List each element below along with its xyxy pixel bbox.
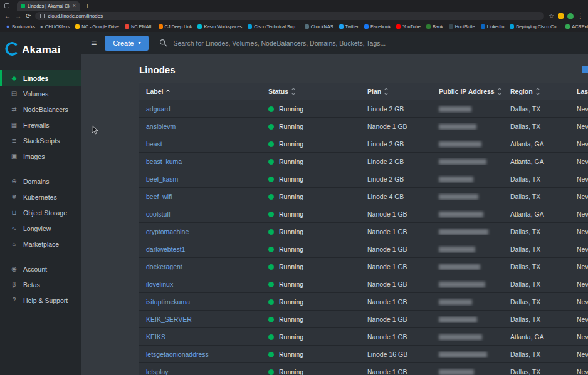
mail-icon: [125, 24, 129, 29]
linode-label-link[interactable]: darkwebtest1: [146, 245, 185, 253]
bookmark-item-facebook[interactable]: Facebook: [364, 24, 391, 29]
search-icon: [159, 39, 167, 47]
linode-label-link[interactable]: beef_wifi: [146, 193, 172, 200]
status-running-icon: [268, 124, 274, 130]
sidebar-item-label: StackScripts: [23, 137, 60, 145]
linode-label-link[interactable]: isituptimekuma: [146, 298, 190, 306]
extension-icon[interactable]: [558, 13, 564, 19]
sidebar-item-images[interactable]: ▣Images: [0, 148, 81, 164]
plan-cell: Nanode 1 GB: [360, 210, 432, 218]
bookmark-item-youtube[interactable]: YouTube: [396, 24, 421, 29]
linode-label-link[interactable]: letsplay: [146, 368, 169, 375]
linode-label-link[interactable]: beast_kuma: [146, 158, 182, 165]
bookmark-item-linkedin[interactable]: LinkedIn: [481, 24, 505, 29]
sidebar-item-longview[interactable]: ∿Longview: [0, 220, 81, 236]
linode-row-beef-kasm: beef_kasmRunningLinode 2 GBDallas, TXNev…: [139, 170, 588, 188]
refresh-icon[interactable]: ⟳: [26, 13, 31, 19]
region-cell: Dallas, TX: [503, 298, 570, 306]
linode-label-link[interactable]: ansiblevm: [146, 123, 176, 130]
bookmark-item-nc-google-drive[interactable]: NC - Google Drive: [75, 24, 119, 29]
linode-label-link[interactable]: coolstuff: [146, 210, 171, 218]
bookmark-item-bank[interactable]: Bank: [426, 24, 443, 29]
marketplace-icon: ⌂: [9, 240, 19, 247]
column-header-region[interactable]: Region: [503, 88, 570, 95]
status-text: Running: [279, 105, 303, 113]
tab-close-icon[interactable]: ×: [73, 3, 76, 9]
forward-icon[interactable]: →: [15, 13, 21, 19]
status-text: Running: [279, 368, 303, 375]
sidebar-item-marketplace[interactable]: ⌂Marketplace: [0, 236, 81, 252]
bookmark-item-deploying-cisco-co[interactable]: Deploying Cisco Co...: [510, 24, 560, 29]
browser-menu-icon[interactable]: ⋮: [577, 13, 584, 19]
bookmark-item-cj-deep-link[interactable]: CJ Deep Link: [159, 24, 192, 29]
linode-label-link[interactable]: KEIK_SERVER: [146, 316, 192, 323]
linode-label-link[interactable]: beef_kasm: [146, 175, 178, 183]
new-tab-button[interactable]: +: [85, 2, 89, 9]
create-button[interactable]: Create ▾: [105, 36, 149, 51]
linode-label-link[interactable]: letsgetaonionaddress: [146, 351, 209, 358]
docs-link[interactable]: Docs: [582, 66, 588, 73]
status-running-icon: [268, 369, 274, 375]
sidebar-item-object-storage[interactable]: ⊔Object Storage: [0, 205, 81, 220]
sidebar-item-linodes[interactable]: ◆Linodes: [0, 70, 81, 86]
sidebar-item-volumes[interactable]: ▤Volumes: [0, 86, 81, 101]
sidebar-item-stackscripts[interactable]: ≣StackScripts: [0, 133, 81, 148]
search-input[interactable]: [173, 39, 443, 47]
linode-label-link[interactable]: adguard: [146, 105, 171, 113]
hamburger-menu-icon[interactable]: ≡: [86, 38, 102, 49]
linode-row-letsplay: letsplayRunningNanode 1 GBDallas, TXNeve…: [139, 363, 588, 375]
status-text: Running: [279, 158, 303, 165]
column-header-label[interactable]: Label: [139, 88, 261, 95]
sidebar-item-label: Domains: [23, 178, 49, 185]
sidebar-item-label: Longview: [23, 225, 51, 232]
bookmark-item-chucknas[interactable]: ChuckNAS: [305, 24, 333, 29]
region-cell: Dallas, TX: [503, 245, 570, 253]
bookmark-item-acrextensions[interactable]: ACRExtensions: [565, 24, 588, 29]
browser-window-icon: [4, 3, 9, 8]
sidebar-item-betas[interactable]: βBetas: [0, 277, 81, 292]
address-bar[interactable]: cloud.linode.com/linodes: [35, 12, 544, 20]
site-info-icon[interactable]: [40, 14, 45, 18]
linode-label-link[interactable]: ilovelinux: [146, 280, 173, 288]
bookmark-item-hootsuite[interactable]: HootSuite: [449, 24, 475, 29]
column-label: Region: [510, 88, 533, 95]
sidebar-item-nodebalancers[interactable]: ⇄NodeBalancers: [0, 101, 81, 117]
bookmark-item-twitter[interactable]: Twitter: [339, 24, 359, 29]
sidebar-item-kubernetes[interactable]: ☸Kubernetes: [0, 189, 81, 205]
sidebar-item-account[interactable]: ◉Account: [0, 261, 81, 277]
bookmark-item-chuckfaxs[interactable]: ▸CHUCKfaxs: [41, 24, 70, 29]
bookmark-label: LinkedIn: [487, 24, 505, 29]
bookmark-label: NC EMAIL: [131, 24, 153, 29]
bookmark-star-icon[interactable]: ☆: [549, 13, 554, 19]
linode-label-link[interactable]: cryptomachine: [146, 228, 189, 235]
bookmark-item-cisco-technical-sup[interactable]: Cisco Technical Sup...: [248, 24, 298, 29]
sidebar-item-firewalls[interactable]: ▦Firewalls: [0, 117, 81, 133]
sidebar-item-domains[interactable]: ⊕Domains: [0, 173, 81, 189]
sidebar-item-help-support[interactable]: ?Help & Support: [0, 292, 81, 308]
bookmark-item-nc-email[interactable]: NC EMAIL: [125, 24, 153, 29]
last-backup-cell: Never: [570, 158, 588, 165]
browser-tab[interactable]: Linodes | Akamai Cloud Man... ×: [17, 1, 80, 11]
tab-strip: Linodes | Akamai Cloud Man... × +: [0, 0, 588, 11]
sidebar-item-label: Firewalls: [23, 121, 49, 129]
last-backup-cell: Never: [570, 351, 588, 358]
create-button-label: Create: [113, 39, 134, 47]
column-header-plan[interactable]: Plan: [360, 88, 432, 95]
kubernetes-icon: ☸: [9, 193, 19, 200]
last-backup-cell: Never: [570, 263, 588, 270]
column-header-public-ip-address[interactable]: Public IP Address: [432, 88, 503, 95]
akamai-wordmark: Akamai: [22, 44, 61, 56]
column-header-status[interactable]: Status: [261, 88, 360, 95]
akamai-logo[interactable]: Akamai: [0, 32, 81, 61]
linode-label-link[interactable]: dockeragent: [146, 263, 182, 270]
back-icon[interactable]: ←: [4, 13, 11, 19]
volumes-icon: ▤: [9, 90, 19, 97]
bookmark-label: CJ Deep Link: [165, 24, 192, 29]
bookmark-item-bookmarks[interactable]: ★Bookmarks: [6, 24, 35, 29]
profile-avatar[interactable]: [567, 13, 574, 19]
linode-label-link[interactable]: beast: [146, 140, 162, 148]
linode-label-link[interactable]: KEIKS: [146, 333, 165, 341]
bookmark-item-kasm-workspaces[interactable]: Kasm Workspaces: [197, 24, 242, 29]
column-header-last-backup[interactable]: Last Backup: [570, 88, 588, 95]
public-ip-redacted: [439, 317, 477, 322]
